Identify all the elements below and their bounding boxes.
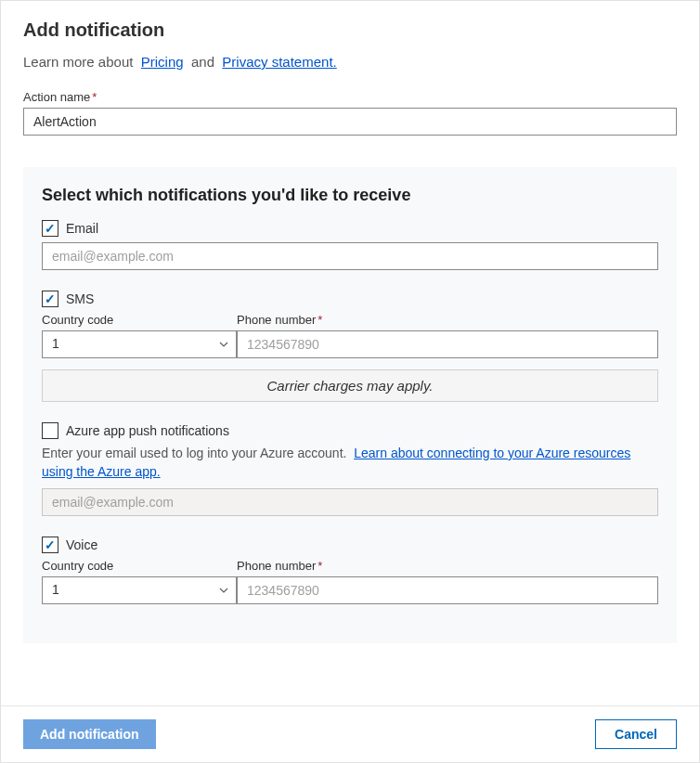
action-name-label: Action name*	[23, 90, 677, 104]
panel-heading: Select which notifications you'd like to…	[42, 186, 658, 205]
email-section: Email	[42, 220, 658, 270]
pricing-link[interactable]: Pricing	[141, 54, 184, 70]
sms-section: SMS Country code 1 Phone number* Ca	[42, 291, 658, 402]
required-indicator: *	[318, 559, 322, 573]
sms-checkbox-label[interactable]: SMS	[66, 291, 94, 306]
intro-text: Learn more about Pricing and Privacy sta…	[23, 54, 677, 70]
notifications-panel: Select which notifications you'd like to…	[23, 167, 677, 643]
required-indicator: *	[92, 90, 97, 104]
voice-phone-label-text: Phone number	[237, 559, 316, 573]
sms-phone-label: Phone number*	[237, 313, 658, 327]
voice-checkbox[interactable]	[42, 537, 58, 553]
add-notification-button[interactable]: Add notification	[23, 719, 156, 749]
intro-prefix: Learn more about	[23, 54, 133, 70]
page-title: Add notification	[23, 19, 677, 41]
email-checkbox[interactable]	[42, 220, 58, 237]
voice-phone-label: Phone number*	[237, 559, 658, 573]
voice-country-select[interactable]: 1	[42, 576, 237, 604]
voice-country-label: Country code	[42, 559, 237, 573]
action-name-input[interactable]	[23, 108, 677, 136]
footer: Add notification Cancel	[1, 705, 699, 762]
azure-push-checkbox[interactable]	[42, 422, 58, 439]
action-name-label-text: Action name	[23, 90, 90, 104]
privacy-link[interactable]: Privacy statement.	[222, 54, 336, 70]
email-checkbox-label[interactable]: Email	[66, 221, 98, 236]
voice-phone-input[interactable]	[237, 576, 658, 604]
azure-push-checkbox-label[interactable]: Azure app push notifications	[66, 423, 229, 438]
azure-push-help-prefix: Enter your email used to log into your A…	[42, 446, 346, 460]
voice-section: Voice Country code 1 Phone number*	[42, 537, 658, 604]
sms-country-label: Country code	[42, 313, 237, 327]
azure-push-help: Enter your email used to log into your A…	[42, 445, 658, 481]
cancel-button[interactable]: Cancel	[595, 719, 677, 749]
required-indicator: *	[318, 313, 322, 327]
azure-push-email-input	[42, 488, 658, 516]
email-input[interactable]	[42, 242, 658, 270]
sms-checkbox[interactable]	[42, 291, 58, 307]
intro-and: and	[191, 54, 214, 70]
sms-phone-label-text: Phone number	[237, 313, 316, 327]
voice-checkbox-label[interactable]: Voice	[66, 537, 97, 552]
sms-phone-input[interactable]	[237, 330, 658, 358]
azure-push-section: Azure app push notifications Enter your …	[42, 422, 658, 516]
carrier-notice: Carrier charges may apply.	[42, 369, 658, 402]
sms-country-select[interactable]: 1	[42, 330, 237, 358]
